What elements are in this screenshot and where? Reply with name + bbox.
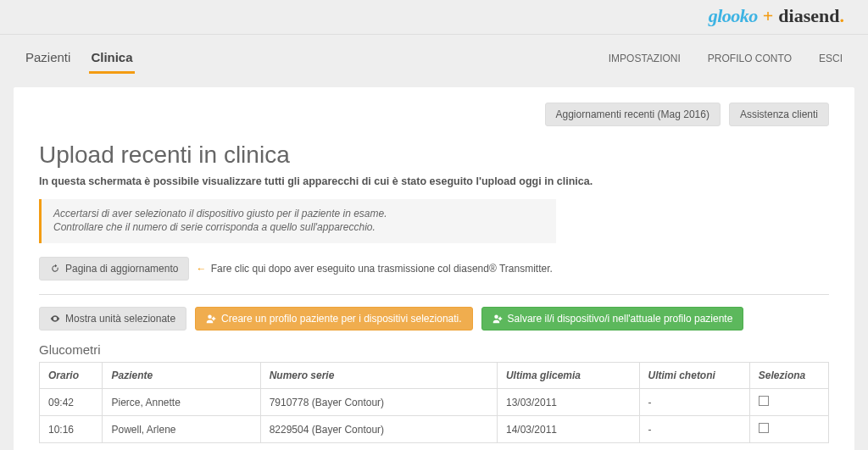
alert-line-1: Accertarsi di aver selezionato il dispos… [53, 208, 544, 219]
cell-orario: 09:42 [40, 389, 103, 416]
nav-impostazioni[interactable]: IMPOSTAZIONI [607, 46, 682, 71]
glucometri-title: Glucometri [39, 342, 829, 357]
eye-icon [50, 314, 60, 324]
save-device-label: Salvare il/i dispositivo/i nell'attuale … [508, 313, 733, 325]
cell-chetoni: - [639, 389, 749, 416]
tab-pazienti[interactable]: Pazienti [24, 43, 72, 74]
customer-support-button[interactable]: Assistenza clienti [729, 103, 829, 126]
th-serie: Numero serie [260, 363, 497, 389]
th-chetoni: Ultimi chetoni [639, 363, 749, 389]
cell-seleziona [749, 416, 828, 443]
th-glicemia: Ultima glicemia [497, 363, 639, 389]
logo-plus: + [763, 5, 774, 27]
topbar: glooko + diasend . [0, 0, 868, 35]
logo-glooko: glooko [709, 5, 758, 27]
refresh-row: Pagina di aggiornamento ← Fare clic qui … [39, 257, 829, 281]
nav-esci[interactable]: ESCI [817, 46, 844, 71]
cell-serie: 7910778 (Bayer Contour) [260, 389, 497, 416]
cell-serie: 8229504 (Bayer Contour) [260, 416, 497, 443]
recent-updates-button[interactable]: Aggiornamenti recenti (Mag 2016) [545, 103, 721, 126]
page-subtitle: In questa schermata è possibile visualiz… [39, 175, 829, 187]
nav-left: Pazienti Clinica [24, 43, 135, 74]
sub-buttons: Aggiornamenti recenti (Mag 2016) Assiste… [39, 103, 829, 126]
main-content: Aggiornamenti recenti (Mag 2016) Assiste… [14, 87, 854, 450]
save-device-to-profile-button[interactable]: Salvare il/i dispositivo/i nell'attuale … [481, 307, 744, 331]
refresh-hint: ← Fare clic qui dopo aver eseguito una t… [196, 263, 552, 275]
row-checkbox[interactable] [759, 423, 769, 433]
nav-profilo-conto[interactable]: PROFILO CONTO [706, 46, 793, 71]
action-row: Mostra unità selezionate Creare un profi… [39, 307, 829, 331]
cell-glicemia: 14/03/2011 [497, 416, 639, 443]
logo-dot: . [840, 5, 845, 27]
arrow-left-icon: ← [196, 263, 206, 275]
create-patient-profile-button[interactable]: Creare un profilo paziente per i disposi… [195, 307, 472, 331]
cell-orario: 10:16 [40, 416, 103, 443]
th-seleziona: Seleziona [749, 363, 828, 389]
cell-chetoni: - [639, 416, 749, 443]
table-row: 10:16 Powell, Arlene 8229504 (Bayer Cont… [40, 416, 829, 443]
refresh-page-button[interactable]: Pagina di aggiornamento [39, 257, 189, 281]
tab-clinica[interactable]: Clinica [89, 43, 134, 74]
create-profile-label: Creare un profilo paziente per i disposi… [221, 313, 461, 325]
table-header-row: Orario Paziente Numero serie Ultima glic… [40, 363, 829, 389]
navbar: Pazienti Clinica IMPOSTAZIONI PROFILO CO… [0, 35, 868, 74]
cell-seleziona [749, 389, 828, 416]
refresh-label: Pagina di aggiornamento [65, 263, 178, 275]
refresh-hint-text: Fare clic qui dopo aver eseguito una tra… [211, 263, 553, 275]
alert-line-2: Controllare che il numero di serie corri… [53, 221, 544, 233]
user-plus-icon [206, 314, 216, 324]
th-orario: Orario [40, 363, 103, 389]
nav-right: IMPOSTAZIONI PROFILO CONTO ESCI [607, 46, 844, 71]
refresh-icon [50, 264, 60, 274]
table-row: 09:42 Pierce, Annette 7910778 (Bayer Con… [40, 389, 829, 416]
warning-alert: Accertarsi di aver selezionato il dispos… [39, 199, 556, 243]
divider [39, 294, 829, 295]
row-checkbox[interactable] [759, 396, 769, 406]
show-selected-units-button[interactable]: Mostra unità selezionate [39, 307, 186, 331]
brand-logo: glooko + diasend . [709, 5, 844, 27]
cell-glicemia: 13/03/2011 [497, 389, 639, 416]
user-plus-icon [492, 314, 503, 324]
glucometri-table: Orario Paziente Numero serie Ultima glic… [39, 362, 829, 443]
page-title: Upload recenti in clinica [39, 142, 829, 169]
th-paziente: Paziente [103, 363, 260, 389]
logo-diasend: diasend [778, 5, 839, 27]
cell-paziente: Powell, Arlene [103, 416, 260, 443]
cell-paziente: Pierce, Annette [103, 389, 260, 416]
show-selected-label: Mostra unità selezionate [65, 313, 175, 325]
